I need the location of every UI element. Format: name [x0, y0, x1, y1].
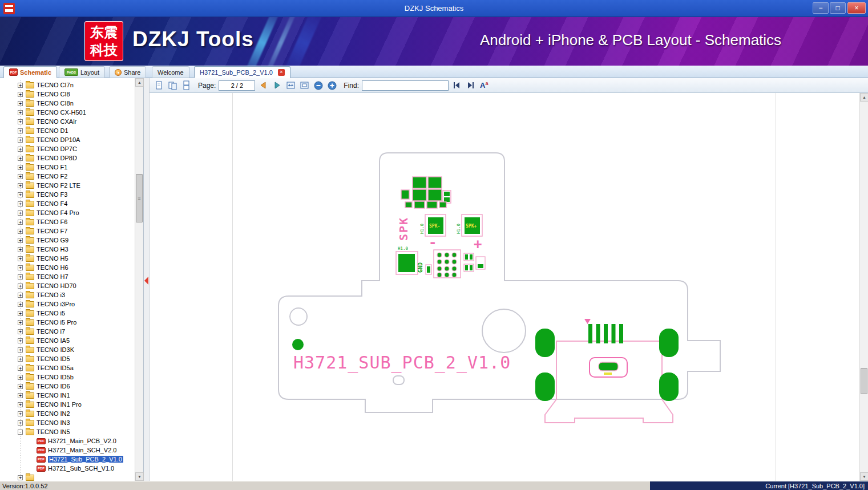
scroll-down-icon[interactable]: ▼	[135, 472, 144, 481]
tree-file[interactable]: PDFH3721_Sub_PCB_2_V1.0	[0, 455, 135, 464]
tree-folder[interactable]: +TECNO i5 Pro	[0, 318, 135, 327]
tree-folder[interactable]: +TECNO G9	[0, 236, 135, 245]
tree-folder[interactable]: +TECNO H7	[0, 272, 135, 281]
expand-icon[interactable]: +	[18, 274, 23, 280]
fit-width-icon[interactable]	[285, 80, 296, 91]
tree-file[interactable]: PDFH3721_Sub_SCH_V1.0	[0, 464, 135, 473]
expand-icon[interactable]: +	[18, 137, 23, 143]
expand-icon[interactable]: +	[18, 183, 23, 188]
expand-icon[interactable]: +	[18, 366, 23, 371]
tree-folder[interactable]: +TECNO ID6	[0, 382, 135, 391]
tree-folder[interactable]: +TECNO ID5a	[0, 363, 135, 372]
expand-icon[interactable]: +	[18, 411, 23, 416]
tree-folder[interactable]: +TECNO CI8n	[0, 99, 135, 108]
expand-icon[interactable]: +	[18, 311, 23, 316]
tree-folder[interactable]: +TECNO ID3K	[0, 345, 135, 354]
tree-folder[interactable]: +TECNO DP8D	[0, 153, 135, 163]
tab-schematic[interactable]: PDF Schematic	[3, 66, 57, 78]
expand-icon[interactable]: +	[18, 347, 23, 353]
tree-folder[interactable]: +TECNO DP10A	[0, 135, 135, 144]
tree-folder[interactable]: +TECNO i3	[0, 290, 135, 299]
find-next-icon[interactable]	[465, 80, 476, 91]
expand-icon[interactable]: +	[18, 256, 23, 261]
tree-folder[interactable]: +TECNO CXAir	[0, 117, 135, 126]
tree-folder[interactable]: +TECNO F2	[0, 172, 135, 181]
tree-folder[interactable]: +TECNO CI8	[0, 90, 135, 99]
canvas-scroll-thumb[interactable]	[861, 368, 867, 394]
expand-icon[interactable]: +	[18, 83, 23, 88]
expand-icon[interactable]: +	[18, 192, 23, 197]
tree-folder[interactable]: +TECNO IN1	[0, 391, 135, 400]
tree-folder[interactable]: +TECNO H6	[0, 263, 135, 272]
expand-icon[interactable]: +	[18, 247, 23, 252]
expand-icon[interactable]: +	[18, 238, 23, 243]
tree-folder[interactable]: +TECNO IN3	[0, 418, 135, 427]
zoom-in-icon[interactable]	[326, 80, 337, 91]
expand-icon[interactable]: +	[18, 165, 23, 170]
expand-icon[interactable]: +	[18, 147, 23, 152]
scroll-up-icon[interactable]: ▲	[135, 78, 144, 87]
previous-page-icon[interactable]	[258, 80, 269, 91]
tab-document-active[interactable]: H3721_Sub_PCB_2_V1.0 ×	[194, 66, 290, 78]
expand-icon[interactable]: +	[18, 384, 23, 389]
expand-icon[interactable]: +	[18, 110, 23, 115]
maximize-button[interactable]: □	[830, 2, 846, 14]
expand-icon[interactable]: +	[18, 284, 23, 289]
tree-folder[interactable]: +TECNO F7	[0, 226, 135, 236]
folder-tree[interactable]: +TECNO CI7n+TECNO CI8+TECNO CI8n+TECNO C…	[0, 80, 135, 481]
expand-icon[interactable]: +	[18, 302, 23, 307]
tab-layout[interactable]: PADS Layout	[59, 66, 105, 78]
tree-folder[interactable]: +TECNO CI7n	[0, 80, 135, 90]
expand-icon[interactable]: +	[18, 393, 23, 398]
match-case-icon[interactable]: Aa	[480, 80, 488, 90]
collapse-sidebar-icon[interactable]	[144, 277, 148, 285]
collapse-icon[interactable]: -	[18, 430, 23, 435]
expand-icon[interactable]: +	[18, 101, 23, 106]
tree-folder[interactable]: +TECNO HD70	[0, 281, 135, 290]
tree-folder[interactable]: +TECNO H3	[0, 245, 135, 254]
expand-icon[interactable]: +	[18, 174, 23, 179]
tree-folder[interactable]: +TECNO i5	[0, 309, 135, 318]
tab-share[interactable]: Share	[109, 66, 146, 78]
sidebar-scrollbar[interactable]: ▲ ≡ ▼	[135, 78, 143, 481]
tree-folder[interactable]: +TECNO F1	[0, 163, 135, 172]
fit-page-icon[interactable]	[299, 80, 310, 91]
tree-folder[interactable]: +TECNO D1	[0, 126, 135, 135]
tab-welcome[interactable]: Welcome	[152, 66, 189, 78]
next-page-icon[interactable]	[272, 80, 282, 91]
tree-folder[interactable]: +TECNO F4	[0, 199, 135, 208]
sidebar-scroll-thumb[interactable]: ≡	[136, 174, 143, 222]
tree-folder[interactable]: +TECNO F6	[0, 217, 135, 226]
tree-folder[interactable]: +TECNO i3Pro	[0, 299, 135, 309]
sidebar-splitter[interactable]	[144, 78, 150, 481]
tree-folder[interactable]: +TECNO ID5b	[0, 372, 135, 382]
tree-folder[interactable]: +TECNO F2 LTE	[0, 181, 135, 190]
close-button[interactable]: ×	[847, 2, 866, 14]
tree-file[interactable]: PDFH3721_Main_PCB_V2.0	[0, 436, 135, 446]
expand-icon[interactable]: +	[18, 210, 23, 216]
expand-icon[interactable]: +	[18, 402, 23, 407]
expand-icon[interactable]: +	[18, 293, 23, 298]
tree-folder[interactable]: +TECNO F4 Pro	[0, 208, 135, 217]
expand-icon[interactable]: +	[18, 329, 23, 334]
tree-file[interactable]: PDFH3721_Main_SCH_V2.0	[0, 446, 135, 455]
tree-folder[interactable]: +TECNO DP7C	[0, 144, 135, 153]
page-layout-continuous-icon[interactable]	[181, 80, 192, 91]
tree-folder[interactable]: +TECNO CX-H501	[0, 108, 135, 117]
expand-icon[interactable]: +	[18, 475, 23, 480]
expand-icon[interactable]: +	[18, 375, 23, 380]
tree-folder[interactable]: +TECNO IN2	[0, 409, 135, 418]
expand-icon[interactable]: +	[18, 220, 23, 225]
page-layout-single-icon[interactable]	[154, 80, 164, 91]
find-input[interactable]	[362, 80, 449, 91]
tree-folder[interactable]: -TECNO IN5	[0, 427, 135, 436]
expand-icon[interactable]: +	[18, 128, 23, 133]
tree-folder[interactable]: +TECNO H5	[0, 254, 135, 263]
tree-folder[interactable]: +TECNO IA5	[0, 336, 135, 345]
expand-icon[interactable]: +	[18, 320, 23, 325]
expand-icon[interactable]: +	[18, 229, 23, 234]
expand-icon[interactable]: +	[18, 119, 23, 124]
expand-icon[interactable]: +	[18, 265, 23, 270]
expand-icon[interactable]: +	[18, 338, 23, 343]
page-input[interactable]	[219, 80, 255, 91]
